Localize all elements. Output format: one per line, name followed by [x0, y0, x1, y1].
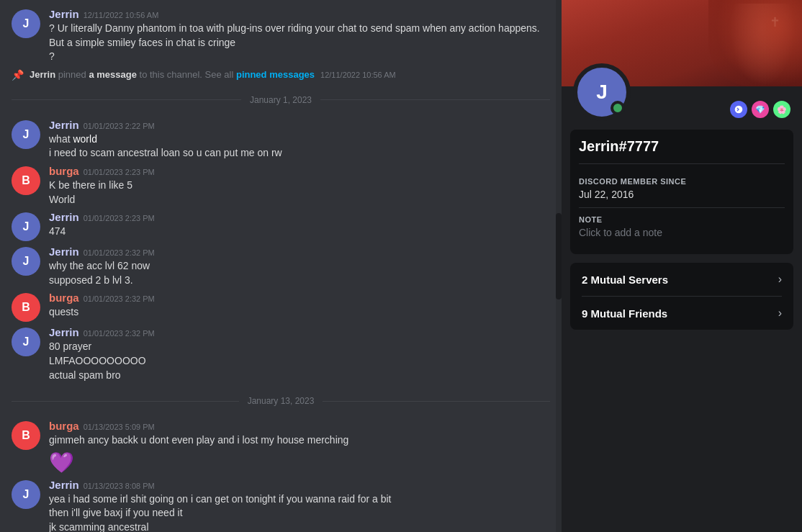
avatar: J [12, 120, 40, 149]
mutual-friends-text: 9 Mutual Friends [582, 307, 667, 320]
message-text: what world [49, 132, 550, 147]
message-content: Jerrin 01/01/2023 2:22 PM what world i n… [49, 119, 550, 161]
message-text: yea i had some irl shit going on i can g… [49, 492, 550, 507]
note-label: NOTE [579, 215, 785, 224]
pin-notice: 📌 Jerrin pinned a message to this channe… [0, 66, 562, 84]
avatar: J [12, 328, 40, 356]
avatar: J [12, 480, 40, 509]
mutual-servers-text: 2 Mutual Servers [582, 274, 668, 286]
message-header: Jerrin 01/13/2023 8:08 PM [49, 479, 550, 491]
message-header: burga 01/13/2023 5:09 PM [49, 420, 550, 432]
message-text: jk scamming ancestral [49, 520, 550, 532]
message-group: J Jerrin 01/01/2023 2:22 PM what world i… [0, 117, 562, 162]
message-header: burga 01/01/2023 2:23 PM [49, 165, 550, 177]
message-text: why the acc lvl 62 now [49, 259, 550, 274]
scrollbar[interactable] [556, 0, 562, 532]
message-group: B burga 01/01/2023 2:32 PM quests [0, 290, 562, 323]
timestamp: 01/01/2023 2:22 PM [84, 122, 155, 130]
message-text: 474 [49, 225, 550, 239]
note-field[interactable]: Click to add a note [579, 227, 785, 238]
profile-info-card: Jerrin#7777 DISCORD MEMBER SINCE Jul 22,… [570, 130, 793, 254]
date-label: January 1, 2023 [250, 95, 312, 105]
message-group: J Jerrin 01/13/2023 8:08 PM yea i had so… [0, 477, 562, 532]
message-group: J Jerrin 12/11/2022 10:56 AM ? Ur litera… [0, 6, 562, 66]
timestamp: 12/11/2022 10:56 AM [84, 11, 159, 19]
message-text: gimmeh ancy backk u dont even play and i… [49, 433, 550, 448]
message-content: burga 01/01/2023 2:23 PM K be there in l… [49, 165, 550, 207]
message-content: burga 01/01/2023 2:32 PM quests [49, 292, 550, 322]
message-text: World [49, 193, 550, 207]
date-divider: January 13, 2023 [0, 384, 562, 418]
message-text: K be there in like 5 [49, 179, 550, 193]
message-content: Jerrin 12/11/2022 10:56 AM ? Ur literall… [49, 8, 550, 64]
avatar: B [12, 293, 40, 322]
message-content: Jerrin 01/01/2023 2:32 PM why the acc lv… [49, 245, 550, 287]
username: burga [49, 292, 79, 304]
timestamp: 01/01/2023 2:23 PM [84, 214, 155, 222]
message-text: supposed 2 b lvl 3. [49, 274, 550, 288]
username: Jerrin [49, 119, 79, 131]
date-divider: January 1, 2023 [0, 84, 562, 117]
message-group: J Jerrin 01/01/2023 2:23 PM 474 [0, 209, 562, 243]
discord-member-label: DISCORD MEMBER SINCE [579, 177, 785, 186]
username: Jerrin [49, 245, 79, 258]
avatar: B [12, 166, 40, 195]
message-group: B burga 01/01/2023 2:23 PM K be there in… [0, 163, 562, 208]
chevron-right-icon: › [778, 273, 782, 286]
username: burga [49, 420, 79, 432]
chevron-right-icon: › [778, 307, 782, 320]
username: Jerrin [49, 211, 79, 223]
date-label: January 13, 2023 [248, 396, 315, 406]
pin-icon: 📌 [12, 69, 24, 81]
username: Jerrin [49, 8, 79, 20]
message-text: ? [49, 50, 550, 64]
avatar: B [12, 421, 40, 450]
badge-3: 🌸 [773, 101, 790, 118]
scrollbar-thumb [556, 213, 562, 299]
pin-timestamp: 12/11/2022 10:56 AM [320, 71, 396, 79]
avatar: J [12, 9, 40, 38]
message-header: Jerrin 01/01/2023 2:22 PM [49, 119, 550, 131]
pin-text: Jerrin pinned a message to this channel.… [30, 69, 315, 80]
message-content: Jerrin 01/13/2023 8:08 PM yea i had some… [49, 479, 550, 532]
mutual-servers-row[interactable]: 2 Mutual Servers › [570, 263, 793, 296]
chat-panel-wrapper: J Jerrin 12/11/2022 10:56 AM ? Ur litera… [0, 0, 562, 532]
message-header: Jerrin 01/01/2023 2:32 PM [49, 245, 550, 258]
status-ring [610, 101, 625, 115]
pinned-messages-link[interactable]: pinned messages [236, 69, 315, 80]
message-text: LMFAOOOOOOOOO [49, 354, 550, 369]
profile-avatar-area: J 💎 🌸 [562, 63, 802, 121]
timestamp: 01/01/2023 2:32 PM [84, 329, 155, 338]
badge-nitro [730, 101, 747, 118]
message-group: B burga 01/13/2023 5:09 PM gimmeh ancy b… [0, 418, 562, 476]
message-content: Jerrin 01/01/2023 2:32 PM 80 prayer LMFA… [49, 326, 550, 382]
message-text: i need to scam ancestral loan so u can p… [49, 146, 550, 161]
discord-member-since: Jul 22, 2016 [579, 189, 785, 200]
mutual-friends-row[interactable]: 9 Mutual Friends › [570, 297, 793, 330]
profile-badges: 💎 🌸 [730, 101, 790, 121]
message-header: Jerrin 01/01/2023 2:23 PM [49, 211, 550, 223]
mutual-section: 2 Mutual Servers › 9 Mutual Friends › [570, 263, 793, 330]
avatar: J [12, 212, 40, 241]
message-text: quests [49, 305, 550, 320]
message-header: burga 01/01/2023 2:32 PM [49, 292, 550, 304]
profile-avatar: J [573, 63, 631, 121]
badge-2: 💎 [752, 101, 769, 118]
note-section: NOTE Click to add a note [579, 208, 785, 245]
timestamp: 01/01/2023 2:32 PM [84, 248, 155, 257]
message-header: Jerrin 12/11/2022 10:56 AM [49, 8, 550, 20]
heart-emoji: 💜 [49, 451, 550, 474]
message-content: Jerrin 01/01/2023 2:23 PM 474 [49, 211, 550, 241]
timestamp: 01/01/2023 2:32 PM [84, 294, 155, 303]
username: burga [49, 165, 79, 177]
timestamp: 01/13/2023 5:09 PM [84, 423, 155, 431]
chat-panel: J Jerrin 12/11/2022 10:56 AM ? Ur litera… [0, 0, 562, 532]
username: Jerrin [49, 479, 79, 491]
timestamp: 01/01/2023 2:23 PM [84, 168, 155, 176]
message-text: ? Ur literally Danny phantom in toa with… [49, 22, 550, 50]
timestamp: 01/13/2023 8:08 PM [84, 482, 155, 490]
username: Jerrin [49, 326, 79, 338]
message-header: Jerrin 01/01/2023 2:32 PM [49, 326, 550, 338]
message-group: J Jerrin 01/01/2023 2:32 PM why the acc … [0, 244, 562, 289]
profile-username: Jerrin#7777 [579, 138, 785, 164]
